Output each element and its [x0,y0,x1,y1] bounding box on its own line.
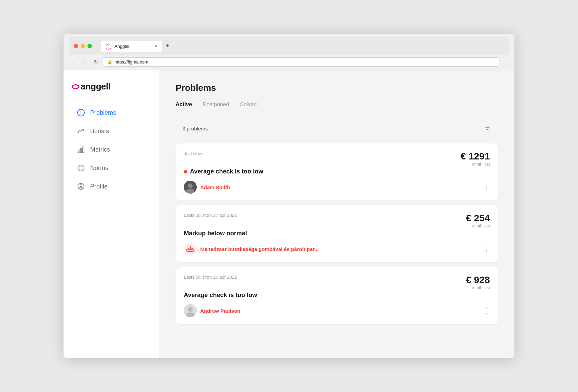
card-timestamp-2: Lasts 2d. from 27 apr 2022 [184,213,237,218]
tab-active[interactable]: Active [176,101,192,112]
forward-button[interactable]: → [81,58,89,66]
card-amount-3: € 928 /mnth lost [466,275,490,290]
problems-count: 3 problems [182,126,208,131]
sidebar-item-norms[interactable]: Norms [72,159,151,177]
problem-card-1[interactable]: Just Now € 1291 /mnth lost Average check… [176,143,498,200]
card-title-3: Average check is too low [184,292,257,299]
problem-card-3[interactable]: Lasts 5d. from 26 apr 2022 € 928 /mnth l… [176,267,498,324]
svg-point-7 [80,167,82,169]
card-timestamp-1: Just Now [184,151,202,156]
sidebar: anggell Problems [64,70,159,358]
tabs-row: Active Postponed Solved [176,101,498,112]
problems-bar: 3 problems [176,119,498,138]
sidebar-item-profile[interactable]: Profile [72,178,151,195]
boosts-icon [77,127,85,136]
sidebar-item-problems-label: Problems [90,109,116,116]
amount-value-3: € 928 [466,275,490,285]
card-header-2: Lasts 2d. from 27 apr 2022 € 254 /mnth l… [184,213,490,228]
browser-window: ◯ Anggell ✕ + ← → ↻ 🔒 https://figma.com … [64,34,514,358]
card-title-row-3: Average check is too low [184,292,490,299]
active-tab[interactable]: ◯ Anggell ✕ [101,41,162,52]
user-name-2: Menedzser büszkesége gombával és párolt … [200,246,319,252]
amount-value-2: € 254 [466,213,490,223]
card-header-3: Lasts 5d. from 26 apr 2022 € 928 /mnth l… [184,275,490,290]
profile-icon [77,182,85,191]
main-content: Problems Active Postponed Solved 3 probl… [159,70,514,358]
sidebar-item-problems[interactable]: Problems [72,104,151,121]
metrics-icon [77,145,85,154]
tab-solved[interactable]: Solved [240,101,257,112]
address-input[interactable]: 🔒 https://figma.com [103,57,499,67]
amount-label-3: /mnth lost [466,285,490,290]
tab-bar: ◯ Anggell ✕ + [101,40,173,52]
logo-text: anggell [81,81,111,92]
sidebar-item-boosts[interactable]: Boosts [72,123,151,140]
problem-card-2[interactable]: Lasts 2d. from 27 apr 2022 € 254 /mnth l… [176,205,498,262]
amount-label-2: /mnth lost [466,224,490,228]
browser-chrome: ◯ Anggell ✕ + ← → ↻ 🔒 https://figma.com … [64,34,514,70]
minimize-button[interactable] [81,44,85,48]
lock-icon: 🔒 [107,60,112,65]
card-footer-3: Andrew Paulson ⋮ [184,304,490,317]
card-footer-2: Menedzser büszkesége gombával és párolt … [184,242,490,255]
refresh-button[interactable]: ↻ [92,58,99,66]
avatar-andrew [184,304,197,317]
sidebar-item-metrics-label: Metrics [90,146,110,153]
new-tab-button[interactable]: + [162,40,173,52]
page-title: Problems [176,83,498,93]
svg-rect-3 [78,150,79,153]
tab-postponed[interactable]: Postponed [203,101,229,112]
close-button[interactable] [74,44,78,48]
sidebar-item-metrics[interactable]: Metrics [72,141,151,158]
card-timestamp-3: Lasts 5d. from 26 apr 2022 [184,275,237,280]
card-more-button-2[interactable]: ⋮ [483,245,490,253]
user-row-3: Andrew Paulson [184,304,240,317]
tab-label: Anggell [114,44,129,49]
avatar-adam [184,181,197,194]
traffic-lights [74,44,92,48]
maximize-button[interactable] [87,44,92,48]
url-text: https://figma.com [114,59,148,65]
sidebar-nav: Problems Boosts [72,104,151,195]
user-name-1: Adam Smith [200,184,230,190]
svg-point-2 [81,114,82,115]
norms-icon [77,164,85,172]
card-title-row-2: Markup below normal [184,230,490,237]
back-button[interactable]: ← [69,58,77,66]
logo-ring-icon [72,84,79,89]
address-bar-row: ◯ Anggell ✕ + [69,37,509,55]
tab-favicon-icon: ◯ [106,43,112,50]
tab-close-icon[interactable]: ✕ [154,44,157,48]
card-header-1: Just Now € 1291 /mnth lost [184,151,490,167]
card-amount-1: € 1291 /mnth lost [460,151,490,167]
red-dot-icon [184,170,187,173]
user-row-1: Adam Smith [184,181,230,194]
card-title-2: Markup below normal [184,230,247,237]
problems-icon [77,108,85,117]
sidebar-item-norms-label: Norms [90,165,108,172]
svg-point-20 [188,307,193,312]
svg-point-14 [188,183,193,188]
card-more-button-1[interactable]: ⋮ [483,183,490,191]
sidebar-item-profile-label: Profile [90,183,108,190]
user-name-3: Andrew Paulson [200,308,240,314]
card-amount-2: € 254 /mnth lost [466,213,490,228]
browser-more-button[interactable]: ⋮ [503,58,509,66]
svg-rect-4 [80,148,82,153]
svg-rect-5 [83,147,84,153]
card-title-1: Average check is too low [190,168,263,175]
user-row-2: Menedzser büszkesége gombával és párolt … [184,242,319,255]
svg-point-9 [80,185,82,187]
amount-label-1: /mnth lost [460,162,490,167]
sidebar-item-boosts-label: Boosts [90,128,109,135]
app-body: anggell Problems [64,70,514,358]
filter-icon[interactable] [484,124,491,133]
card-title-row-1: Average check is too low [184,168,490,175]
logo-area: anggell [72,81,151,92]
card-footer-1: Adam Smith ⋮ [184,181,490,194]
amount-value-1: € 1291 [460,151,490,162]
card-more-button-3[interactable]: ⋮ [483,307,490,315]
avatar-dish [184,242,197,255]
